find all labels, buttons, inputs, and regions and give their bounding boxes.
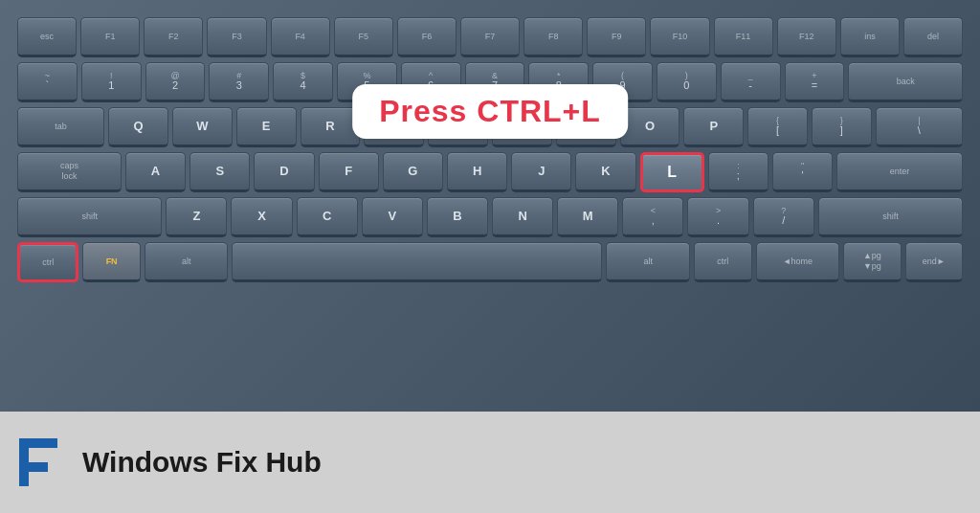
key-tilde[interactable]: ~` [17, 62, 78, 102]
key-f2[interactable]: F2 [144, 17, 203, 57]
key-del[interactable]: del [903, 17, 963, 57]
key-fn[interactable]: FN [82, 242, 140, 282]
key-backslash[interactable]: |\ [876, 107, 963, 147]
key-ctrl-left[interactable]: ctrl [17, 242, 78, 282]
key-shift-left[interactable]: shift [17, 197, 162, 237]
key-tab[interactable]: tab [17, 107, 104, 147]
key-2[interactable]: @2 [145, 62, 206, 102]
asdf-row: capslock A S D F G H J K L :; "' enter [17, 152, 963, 192]
key-esc[interactable]: esc [17, 17, 77, 57]
key-f4[interactable]: F4 [271, 17, 330, 57]
key-f11[interactable]: F11 [714, 17, 773, 57]
key-f7[interactable]: F7 [460, 17, 520, 57]
footer-bar: Windows Fix Hub [0, 412, 980, 513]
key-r[interactable]: R [301, 107, 361, 147]
key-equals[interactable]: += [785, 62, 845, 102]
site-logo [19, 434, 67, 491]
key-pgupdown[interactable]: ▲pg▼pg [843, 242, 901, 282]
svg-rect-2 [19, 462, 48, 472]
key-j[interactable]: J [511, 152, 571, 192]
key-b[interactable]: B [427, 197, 488, 237]
key-ctrl-right[interactable]: ctrl [694, 242, 751, 282]
key-q[interactable]: Q [108, 107, 168, 147]
svg-rect-1 [19, 438, 57, 448]
key-v[interactable]: V [362, 197, 423, 237]
key-slash[interactable]: ?/ [753, 197, 814, 237]
key-z[interactable]: Z [166, 197, 227, 237]
key-f8[interactable]: F8 [523, 17, 583, 57]
key-o[interactable]: O [620, 107, 680, 147]
key-period[interactable]: >. [687, 197, 748, 237]
key-k[interactable]: K [575, 152, 635, 192]
key-g[interactable]: G [383, 152, 443, 192]
zxcv-row: shift Z X C V B N M <, >. ?/ shift [17, 197, 963, 237]
key-semicolon[interactable]: :; [708, 152, 768, 192]
key-rbracket[interactable]: }] [812, 107, 872, 147]
key-f[interactable]: F [319, 152, 379, 192]
key-f1[interactable]: F1 [80, 17, 140, 57]
key-l[interactable]: L [640, 152, 704, 192]
key-space[interactable] [232, 242, 602, 282]
site-name: Windows Fix Hub [82, 446, 322, 479]
key-e[interactable]: E [236, 107, 297, 147]
bottom-row: ctrl FN alt alt ctrl ◄home ▲pg▼pg end► [17, 242, 963, 282]
key-d[interactable]: D [254, 152, 314, 192]
key-home[interactable]: ◄home [756, 242, 840, 282]
key-end[interactable]: end► [905, 242, 963, 282]
key-4[interactable]: $4 [273, 62, 333, 102]
key-shift-right[interactable]: shift [818, 197, 963, 237]
key-h[interactable]: H [447, 152, 507, 192]
key-f3[interactable]: F3 [207, 17, 266, 57]
key-m[interactable]: M [557, 197, 618, 237]
key-w[interactable]: W [172, 107, 233, 147]
key-f6[interactable]: F6 [397, 17, 457, 57]
keyboard: esc F1 F2 F3 F4 F5 F6 F7 F8 F9 F10 F11 F… [17, 17, 963, 394]
key-caps[interactable]: capslock [17, 152, 122, 192]
key-3[interactable]: #3 [209, 62, 269, 102]
key-lbracket[interactable]: {[ [747, 107, 808, 147]
key-ins[interactable]: ins [840, 17, 900, 57]
key-alt-left[interactable]: alt [145, 242, 229, 282]
shortcut-label: Press CTRL+L [352, 84, 628, 139]
key-n[interactable]: N [492, 197, 553, 237]
key-alt-right[interactable]: alt [606, 242, 690, 282]
key-a[interactable]: A [125, 152, 186, 192]
key-p[interactable]: P [683, 107, 744, 147]
key-x[interactable]: X [231, 197, 292, 237]
key-1[interactable]: !1 [81, 62, 142, 102]
key-f10[interactable]: F10 [650, 17, 709, 57]
key-0[interactable]: )0 [657, 62, 717, 102]
key-enter[interactable]: enter [836, 152, 963, 192]
key-f5[interactable]: F5 [334, 17, 393, 57]
key-minus[interactable]: _- [721, 62, 781, 102]
function-row: esc F1 F2 F3 F4 F5 F6 F7 F8 F9 F10 F11 F… [17, 17, 963, 57]
key-f12[interactable]: F12 [777, 17, 836, 57]
key-f9[interactable]: F9 [587, 17, 646, 57]
keyboard-image: Press CTRL+L esc F1 F2 F3 F4 F5 F6 F7 F8… [0, 0, 980, 412]
key-quote[interactable]: "' [772, 152, 833, 192]
key-comma[interactable]: <, [622, 197, 683, 237]
key-back[interactable]: back [848, 62, 963, 102]
key-s[interactable]: S [189, 152, 250, 192]
key-c[interactable]: C [297, 197, 358, 237]
